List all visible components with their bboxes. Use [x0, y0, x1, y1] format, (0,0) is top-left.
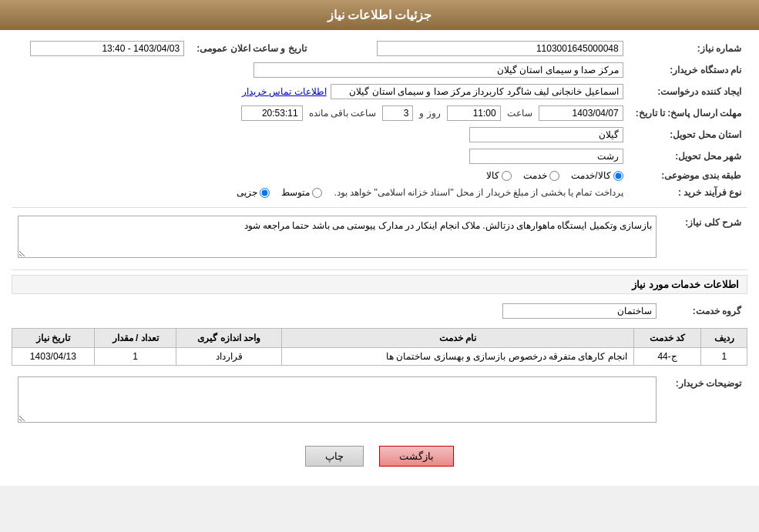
col-header-service-code: کد خدمت — [633, 329, 701, 348]
col-header-date: تاریخ نیاز — [12, 329, 95, 348]
reply-days-input[interactable] — [382, 105, 413, 121]
reply-time-label: ساعت — [507, 108, 532, 119]
col-header-quantity: تعداد / مقدار — [94, 329, 176, 348]
category-khadamat-label: خدمت — [523, 170, 547, 181]
purchase-motovaset-label: متوسط — [281, 187, 310, 198]
reply-remaining-label: ساعت باقی مانده — [309, 108, 377, 119]
purchase-jozii-option[interactable]: جزیی — [237, 187, 270, 198]
reply-time-input[interactable] — [447, 105, 501, 121]
page-title: جزئیات اطلاعات نیاز — [327, 8, 432, 22]
purchase-motovaset-option[interactable]: متوسط — [281, 187, 322, 198]
requester-contact-link[interactable]: اطلاعات تماس خریدار — [242, 86, 327, 97]
col-header-unit: واحد اندازه گیری — [176, 329, 282, 348]
city-input[interactable] — [469, 149, 623, 164]
service-group-label: گروه خدمت: — [663, 300, 747, 322]
service-group-input[interactable] — [502, 303, 657, 319]
buyer-org-input[interactable] — [254, 62, 623, 78]
announcement-date-label: تاریخ و ساعت اعلان عمومی: — [190, 38, 312, 59]
need-number-input[interactable] — [377, 41, 623, 56]
province-label: استان محل تحویل: — [630, 124, 747, 146]
cell-row-num: 1 — [701, 348, 747, 366]
buyer-notes-label: توضیحات خریدار: — [663, 373, 747, 428]
cell-quantity: 1 — [94, 348, 176, 366]
purchase-jozii-label: جزیی — [237, 187, 257, 198]
city-label: شهر محل تحویل: — [630, 146, 747, 167]
services-table: ردیف کد خدمت نام خدمت واحد اندازه گیری ت… — [12, 328, 747, 366]
requester-label: ایجاد کننده درخواست: — [630, 81, 747, 102]
services-section-title: اطلاعات خدمات مورد نیاز — [12, 275, 747, 294]
province-input[interactable] — [469, 127, 623, 142]
col-header-service-name: نام خدمت — [282, 329, 634, 348]
cell-service-code: ج-44 — [633, 348, 701, 366]
buttons-row: بازگشت چاپ — [12, 434, 747, 478]
category-kala-khadamat-label: کالا/خدمت — [571, 170, 610, 181]
cell-unit: قرارداد — [176, 348, 282, 366]
category-label: طبقه بندی موضوعی: — [630, 167, 747, 184]
cell-date: 1403/04/13 — [12, 348, 95, 366]
announcement-date-input[interactable] — [30, 41, 184, 56]
category-khadamat-option[interactable]: خدمت — [523, 170, 559, 181]
separator-2 — [12, 269, 747, 270]
reply-remaining-input[interactable] — [241, 105, 303, 121]
back-button[interactable]: بازگشت — [379, 446, 454, 467]
purchase-note: پرداخت تمام یا بخشی از مبلغ خریدار از مح… — [334, 187, 623, 198]
purchase-type-label: نوع فرآیند خرید : — [630, 184, 747, 201]
reply-deadline-label: مهلت ارسال پاسخ: تا تاریخ: — [630, 102, 747, 124]
description-label: شرح کلی نیاز: — [663, 212, 747, 263]
buyer-notes-textarea[interactable] — [18, 376, 657, 423]
buyer-org-label: نام دستگاه خریدار: — [630, 59, 747, 81]
reply-date-input[interactable] — [539, 105, 623, 121]
description-textarea[interactable] — [18, 216, 657, 258]
requester-name-input[interactable] — [331, 84, 623, 99]
col-header-row-num: ردیف — [701, 329, 747, 348]
reply-days-label: روز و — [419, 108, 440, 119]
print-button[interactable]: چاپ — [305, 446, 364, 467]
table-row: 1 ج-44 انجام کارهای متفرقه درخصوص بازساز… — [12, 348, 747, 366]
category-kala-khadamat-option[interactable]: کالا/خدمت — [571, 170, 623, 181]
category-kala-option[interactable]: کالا — [486, 170, 512, 181]
need-number-label: شماره نیاز: — [630, 38, 747, 59]
separator-1 — [12, 207, 747, 208]
cell-service-name: انجام کارهای متفرقه درخصوص بازسازی و بهس… — [282, 348, 634, 366]
page-header: جزئیات اطلاعات نیاز — [0, 0, 759, 30]
category-kala-label: کالا — [486, 170, 499, 181]
